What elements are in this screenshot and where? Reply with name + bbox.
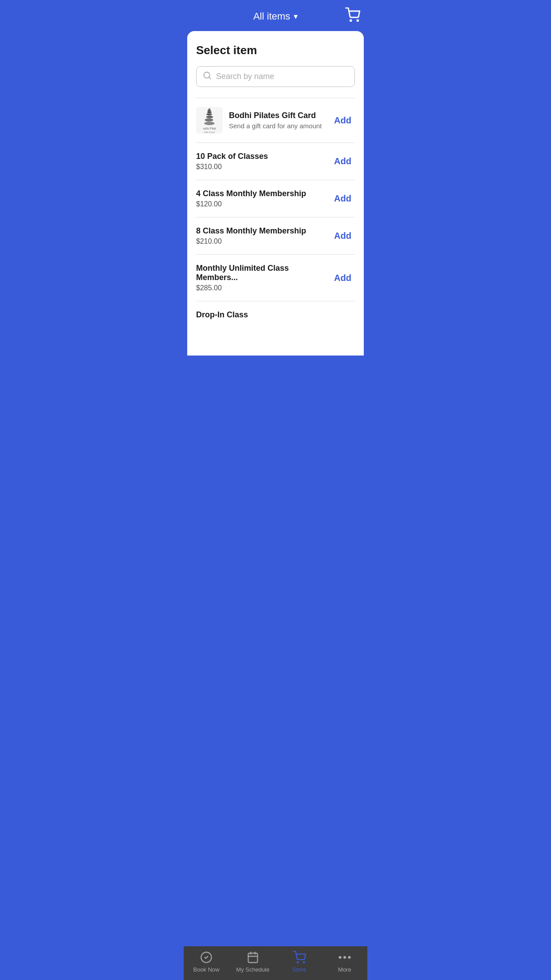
svg-point-0: [350, 20, 351, 21]
item-info-unlimited: Monthly Unlimited Class Members... $285.…: [196, 264, 331, 292]
list-item: 8 Class Monthly Membership $210.00 Add: [196, 217, 355, 255]
item-price: $120.00: [196, 200, 331, 208]
item-info-10-pack: 10 Pack of Classes $310.00: [196, 152, 331, 171]
items-list: odhi Pilat Gift Card Bodhi Pilates Gift …: [196, 98, 355, 356]
item-name: 10 Pack of Classes: [196, 152, 331, 161]
svg-point-1: [357, 20, 358, 21]
search-bar: [196, 66, 355, 87]
chevron-down-icon: ▾: [294, 12, 298, 21]
search-input[interactable]: [216, 72, 348, 81]
list-item: Drop-In Class: [196, 301, 355, 325]
section-title: Select item: [196, 43, 355, 57]
list-item: Monthly Unlimited Class Members... $285.…: [196, 255, 355, 301]
main-card: Select item: [187, 31, 364, 356]
svg-point-7: [206, 113, 212, 115]
list-item: 10 Pack of Classes $310.00 Add: [196, 143, 355, 180]
add-4class-button[interactable]: Add: [331, 192, 355, 205]
item-left-4-class: 4 Class Monthly Membership $120.00: [196, 189, 331, 208]
svg-point-8: [207, 111, 212, 113]
list-item: odhi Pilat Gift Card Bodhi Pilates Gift …: [196, 98, 355, 143]
item-price: $285.00: [196, 284, 331, 292]
header: All items ▾: [184, 0, 367, 31]
add-10pack-button[interactable]: Add: [331, 154, 355, 168]
list-item: 4 Class Monthly Membership $120.00 Add: [196, 180, 355, 217]
item-name: Bodhi Pilates Gift Card: [229, 111, 331, 120]
svg-point-4: [204, 122, 214, 125]
svg-point-10: [209, 108, 211, 110]
item-price: $310.00: [196, 163, 331, 171]
item-left-8-class: 8 Class Monthly Membership $210.00: [196, 226, 331, 245]
filter-dropdown[interactable]: All items ▾: [253, 11, 298, 22]
item-left-gift-card: odhi Pilat Gift Card Bodhi Pilates Gift …: [196, 107, 331, 134]
cart-icon: [345, 8, 360, 23]
item-left-unlimited: Monthly Unlimited Class Members... $285.…: [196, 264, 331, 292]
add-unlimited-button[interactable]: Add: [331, 271, 355, 285]
svg-point-9: [208, 110, 211, 111]
item-left-10-pack: 10 Pack of Classes $310.00: [196, 152, 331, 171]
header-title: All items: [253, 11, 290, 22]
item-info-gift-card: Bodhi Pilates Gift Card Send a gift card…: [229, 111, 331, 130]
item-info-4-class: 4 Class Monthly Membership $120.00: [196, 189, 331, 208]
cart-button[interactable]: [345, 8, 360, 24]
item-info-drop-in: Drop-In Class: [196, 310, 355, 321]
item-name: Drop-In Class: [196, 310, 355, 320]
svg-point-5: [205, 119, 213, 122]
add-gift-card-button[interactable]: Add: [331, 114, 355, 127]
item-description: Send a gift card for any amount: [229, 122, 331, 130]
item-name: 4 Class Monthly Membership: [196, 189, 331, 198]
svg-point-6: [206, 116, 213, 119]
item-name: Monthly Unlimited Class Members...: [196, 264, 331, 282]
item-thumbnail-gift-card: odhi Pilat Gift Card: [196, 107, 223, 134]
search-icon: [203, 71, 212, 82]
item-price: $210.00: [196, 237, 331, 245]
svg-line-3: [209, 77, 211, 79]
add-8class-button[interactable]: Add: [331, 229, 355, 243]
item-left-drop-in: Drop-In Class: [196, 310, 355, 321]
item-info-8-class: 8 Class Monthly Membership $210.00: [196, 226, 331, 245]
item-name: 8 Class Monthly Membership: [196, 226, 331, 236]
